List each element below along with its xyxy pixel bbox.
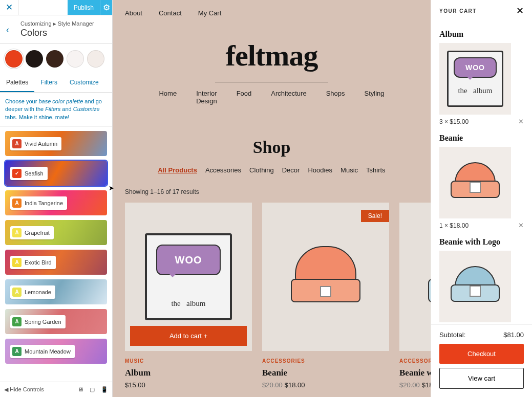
palette-name: India Tangerine (25, 200, 63, 206)
mini-cart: YOUR CART ✕ AlbumWOOthe album3 × $15.00✕… (431, 0, 532, 397)
category-link[interactable]: Accessories (205, 166, 241, 174)
tab-row: PalettesFiltersCustomize (0, 74, 112, 93)
category-nav: All ProductsAccessoriesClothingDecorHood… (113, 166, 431, 188)
product-price: $20.00$18.00 (262, 381, 389, 389)
cart-item-thumb[interactable] (439, 251, 511, 322)
site-logo: feltmag (113, 26, 431, 82)
subtotal-label: Subtotal: (439, 331, 465, 339)
palette-name: Spring Garden (25, 319, 61, 325)
subtotal-amount: $81.00 (503, 331, 524, 339)
palette-name: Exotic Bird (25, 259, 52, 266)
product-card[interactable]: Sale!ACCESSORIESBeanie$20.00$18.00 (262, 203, 389, 389)
back-button[interactable]: ‹ (6, 24, 9, 35)
cart-item-title: Beanie (439, 134, 524, 143)
product-category: ACCESSORIES (262, 358, 389, 364)
remove-item-button[interactable]: ✕ (518, 118, 524, 125)
color-swatch[interactable] (67, 50, 84, 68)
category-link[interactable]: Tshirts (366, 166, 386, 174)
main-nav-link[interactable]: Styling (365, 90, 385, 105)
color-swatch[interactable] (87, 50, 104, 68)
tab-filters[interactable]: Filters (34, 74, 63, 92)
sale-badge: Sale! (361, 210, 389, 222)
palette-name: Grapefruit (25, 230, 50, 236)
cart-item: Beanie1 × $18.00✕ (439, 134, 524, 229)
mobile-preview-icon[interactable]: 📱 (101, 386, 108, 393)
category-link[interactable]: Decor (282, 166, 300, 174)
close-customizer-button[interactable]: ✕ (0, 0, 18, 15)
palette-item[interactable]: AExotic Bird (5, 250, 107, 275)
page-title: Shop (113, 112, 431, 166)
cart-items: AlbumWOOthe album3 × $15.00✕Beanie1 × $1… (431, 21, 532, 324)
cart-item-title: Beanie with Logo (439, 237, 524, 247)
palette-list: AVivid Autumn✓SeafishAIndia TangerineAGr… (0, 127, 112, 382)
palette-name: Lemonade (25, 289, 51, 295)
customizer-header: ‹ Customizing ▸ Style Manager Colors (0, 15, 112, 44)
main-nav-link[interactable]: Interior Design (196, 90, 217, 105)
customizer-topbar: ✕ Publish ⚙ (0, 0, 112, 15)
category-link[interactable]: Hoodies (308, 166, 332, 174)
bottom-bar: ◀ Hide Controls 🖥 ▢ 📱 (0, 382, 112, 397)
main-nav-link[interactable]: Home (159, 90, 177, 105)
main-nav: HomeInterior DesignFoodArchitectureShops… (215, 82, 328, 112)
breadcrumb: Customizing ▸ Style Manager (20, 20, 106, 27)
publish-button[interactable]: Publish (68, 0, 100, 15)
palette-item[interactable]: AMountain Meadow (5, 339, 107, 364)
checkout-button[interactable]: Checkout (439, 344, 524, 364)
tab-customize[interactable]: Customize (63, 74, 105, 92)
palette-item[interactable]: AIndia Tangerine (5, 190, 107, 215)
customizer-sidebar: ✕ Publish ⚙ ‹ Customizing ▸ Style Manage… (0, 0, 113, 397)
palette-item[interactable]: ASpring Garden (5, 309, 107, 334)
product-price: $20.00$18.00 (399, 381, 431, 389)
color-swatch[interactable] (46, 50, 63, 68)
product-price: $15.00 (125, 381, 252, 389)
hide-controls-button[interactable]: ◀ Hide Controls (4, 386, 44, 393)
category-link[interactable]: All Products (158, 166, 197, 174)
desktop-preview-icon[interactable]: 🖥 (78, 386, 83, 393)
tab-palettes[interactable]: Palettes (0, 74, 34, 92)
product-card[interactable]: Sale!ACCESSORIESBeanie with Logo$20.00$1… (399, 203, 431, 389)
top-nav-link[interactable]: Contact (159, 9, 182, 17)
product-grid: WOOthe albumAdd to cart +MUSICAlbum$15.0… (113, 203, 431, 389)
palette-name: Vivid Autumn (25, 141, 57, 147)
palette-name: Mountain Meadow (25, 348, 71, 355)
top-nav-link[interactable]: About (125, 9, 142, 17)
product-title: Beanie with Logo (399, 368, 431, 378)
publish-settings-button[interactable]: ⚙ (100, 0, 112, 15)
result-count: Showing 1–16 of 17 results (113, 188, 431, 203)
swatch-row (0, 44, 112, 74)
palette-item[interactable]: AGrapefruit (5, 220, 107, 245)
palette-item[interactable]: AVivid Autumn (5, 131, 107, 156)
cart-item-thumb[interactable] (439, 147, 511, 218)
top-nav-link[interactable]: My Cart (198, 9, 222, 17)
main-nav-link[interactable]: Food (237, 90, 252, 105)
category-link[interactable]: Clothing (249, 166, 274, 174)
palette-item[interactable]: ALemonade (5, 279, 107, 304)
cart-item-thumb[interactable]: WOOthe album (439, 43, 511, 115)
view-cart-button[interactable]: View cart (439, 368, 524, 389)
remove-item-button[interactable]: ✕ (518, 222, 524, 229)
category-link[interactable]: Music (341, 166, 358, 174)
hint-text: Choose your base color palette and go de… (0, 93, 112, 127)
color-swatch[interactable] (26, 50, 43, 68)
main-nav-link[interactable]: Shops (326, 90, 345, 105)
cart-item-title: Album (439, 30, 524, 39)
cart-title: YOUR CART (439, 8, 477, 14)
product-category: ACCESSORIES (399, 358, 431, 364)
cart-item-qty: 3 × $15.00 (439, 118, 469, 125)
color-swatch[interactable] (5, 50, 23, 68)
cart-item-qty: 1 × $18.00 (439, 222, 469, 229)
product-category: MUSIC (125, 358, 252, 364)
palette-item[interactable]: ✓Seafish (5, 161, 107, 186)
top-nav: AboutContactMy Cart (113, 0, 431, 26)
product-card[interactable]: WOOthe albumAdd to cart +MUSICAlbum$15.0… (125, 203, 252, 389)
cursor-icon: ➤ (109, 184, 114, 192)
site-preview: AboutContactMy Cart feltmag HomeInterior… (113, 0, 431, 397)
cart-item: AlbumWOOthe album3 × $15.00✕ (439, 30, 524, 125)
section-title: Colors (20, 28, 106, 38)
product-title: Album (125, 368, 252, 378)
tablet-preview-icon[interactable]: ▢ (90, 386, 95, 393)
cart-close-button[interactable]: ✕ (516, 5, 524, 16)
main-nav-link[interactable]: Architecture (271, 90, 306, 105)
add-to-cart-button[interactable]: Add to cart + (130, 326, 247, 346)
cart-item: Beanie with Logo (439, 237, 524, 322)
